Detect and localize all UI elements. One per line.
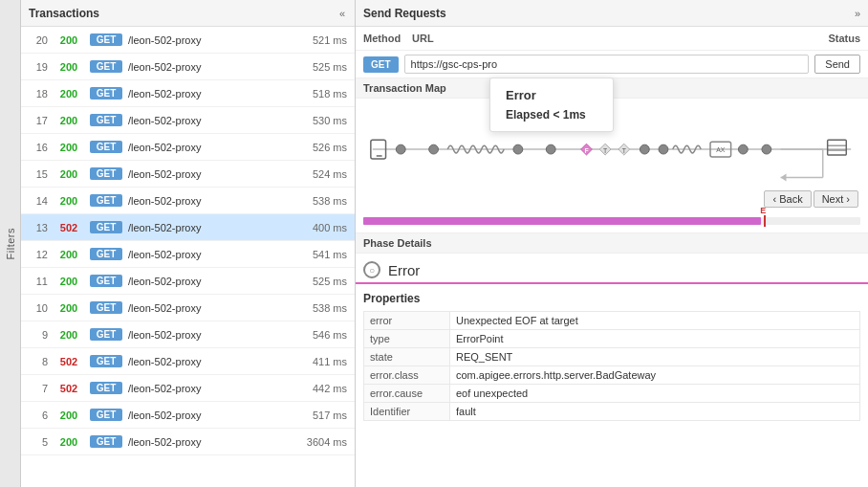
tx-num: 6 <box>29 410 48 421</box>
tx-num: 18 <box>29 88 48 100</box>
tx-num: 20 <box>29 34 48 46</box>
tx-time: 518 ms <box>301 88 347 100</box>
tx-method: GET <box>90 221 122 233</box>
url-input[interactable] <box>404 55 810 74</box>
progress-fill <box>363 217 761 225</box>
tx-path: /leon-502-proxy <box>128 329 295 341</box>
method-col-label: Method <box>363 33 406 44</box>
tx-time: 525 ms <box>301 276 347 287</box>
elapsed-value: < 1ms <box>553 108 585 122</box>
table-row[interactable]: 12 200 GET /leon-502-proxy 541 ms <box>21 241 355 268</box>
tx-status: 200 <box>54 34 84 46</box>
tx-path: /leon-502-proxy <box>128 222 295 233</box>
tx-method: GET <box>90 301 122 314</box>
table-row[interactable]: 8 502 GET /leon-502-proxy 411 ms <box>21 348 355 375</box>
tx-path: /leon-502-proxy <box>128 276 295 287</box>
tx-path: /leon-502-proxy <box>128 410 295 421</box>
svg-point-6 <box>513 144 523 154</box>
back-btn[interactable]: ‹ Back <box>764 190 811 208</box>
tx-num: 8 <box>29 356 48 367</box>
tx-method: GET <box>90 60 122 73</box>
table-row[interactable]: 15 200 GET /leon-502-proxy 524 ms <box>21 161 355 188</box>
table-row[interactable]: 5 200 GET /leon-502-proxy 3604 ms <box>21 429 355 455</box>
tx-status: 200 <box>54 168 84 180</box>
table-row[interactable]: 16 200 GET /leon-502-proxy 526 ms <box>21 134 355 161</box>
tx-time: 524 ms <box>301 168 347 180</box>
properties-title: Properties <box>363 292 860 305</box>
right-header: Send Requests » <box>356 0 868 27</box>
prop-key: Identifier <box>364 403 450 421</box>
tx-time: 530 ms <box>301 115 347 126</box>
send-column-headers: Method URL Status <box>356 27 868 51</box>
tx-method: GET <box>90 87 122 100</box>
progress-track: E <box>363 217 860 225</box>
right-panel: Send Requests » Method URL Status GET Se… <box>356 0 868 487</box>
table-row[interactable]: 11 200 GET /leon-502-proxy 525 ms <box>21 268 355 295</box>
svg-point-5 <box>429 144 439 154</box>
tx-time: 526 ms <box>301 142 347 153</box>
list-item: error Unexpected EOF at target <box>364 312 860 330</box>
table-row[interactable]: 13 502 GET /leon-502-proxy 400 ms <box>21 214 355 241</box>
tx-time: 521 ms <box>301 34 347 46</box>
prop-value: REQ_SENT <box>450 348 860 366</box>
svg-point-14 <box>640 144 649 154</box>
next-btn[interactable]: Next › <box>814 190 858 208</box>
method-btn[interactable]: GET <box>363 56 399 73</box>
tx-method: GET <box>90 194 122 207</box>
table-row[interactable]: 7 502 GET /leon-502-proxy 442 ms <box>21 375 355 402</box>
tx-status: 502 <box>54 222 84 233</box>
tx-status: 200 <box>54 195 84 207</box>
tx-time: 538 ms <box>301 302 347 314</box>
svg-point-19 <box>762 144 771 154</box>
table-row[interactable]: 18 200 GET /leon-502-proxy 518 ms <box>21 80 355 107</box>
tx-num: 11 <box>29 276 48 287</box>
table-row[interactable]: 14 200 GET /leon-502-proxy 538 ms <box>21 188 355 214</box>
svg-point-18 <box>738 144 748 154</box>
tx-path: /leon-502-proxy <box>128 249 295 260</box>
prop-value: fault <box>450 403 860 421</box>
tx-status: 502 <box>54 356 84 367</box>
status-col-label: Status <box>813 33 860 44</box>
list-item: Identifier fault <box>364 403 860 421</box>
svg-point-7 <box>546 144 555 154</box>
tx-time: 411 ms <box>301 356 347 367</box>
right-title: Send Requests <box>363 7 446 20</box>
tx-num: 9 <box>29 329 48 341</box>
tx-path: /leon-502-proxy <box>128 195 295 207</box>
prop-key: error <box>364 312 450 330</box>
tx-method: GET <box>90 382 122 394</box>
tx-path: /leon-502-proxy <box>128 61 295 73</box>
phase-icon: ○ <box>363 261 380 278</box>
svg-rect-24 <box>828 140 847 155</box>
phase-name: Error <box>388 262 420 278</box>
tx-num: 13 <box>29 222 48 233</box>
table-row[interactable]: 6 200 GET /leon-502-proxy 517 ms <box>21 402 355 429</box>
tx-num: 7 <box>29 383 48 394</box>
tx-time: 525 ms <box>301 61 347 73</box>
table-row[interactable]: 9 200 GET /leon-502-proxy 546 ms <box>21 321 355 348</box>
tx-method: GET <box>90 328 122 341</box>
table-row[interactable]: 20 200 GET /leon-502-proxy 521 ms <box>21 27 355 54</box>
right-collapse-btn[interactable]: » <box>855 8 860 19</box>
table-row[interactable]: 10 200 GET /leon-502-proxy 538 ms <box>21 295 355 321</box>
properties-section: Properties error Unexpected EOF at targe… <box>356 284 868 429</box>
phase-details-section: Phase Details ○ Error Properties error U… <box>356 233 868 487</box>
transactions-collapse-btn[interactable]: « <box>337 8 347 19</box>
transactions-header: Transactions « <box>21 0 355 27</box>
progress-bar-area: E <box>356 213 868 232</box>
tx-num: 12 <box>29 249 48 260</box>
table-row[interactable]: 19 200 GET /leon-502-proxy 525 ms <box>21 54 355 80</box>
tx-time: 538 ms <box>301 195 347 207</box>
tx-path: /leon-502-proxy <box>128 383 295 394</box>
tx-status: 200 <box>54 436 84 448</box>
tx-status: 200 <box>54 115 84 126</box>
tx-path: /leon-502-proxy <box>128 115 295 126</box>
send-btn[interactable]: Send <box>814 55 860 74</box>
tx-status: 200 <box>54 88 84 100</box>
url-col-label: URL <box>412 33 807 44</box>
table-row[interactable]: 17 200 GET /leon-502-proxy 530 ms <box>21 107 355 134</box>
tx-status: 200 <box>54 302 84 314</box>
tx-path: /leon-502-proxy <box>128 88 295 100</box>
tx-num: 5 <box>29 436 48 448</box>
tx-method: GET <box>90 248 122 260</box>
